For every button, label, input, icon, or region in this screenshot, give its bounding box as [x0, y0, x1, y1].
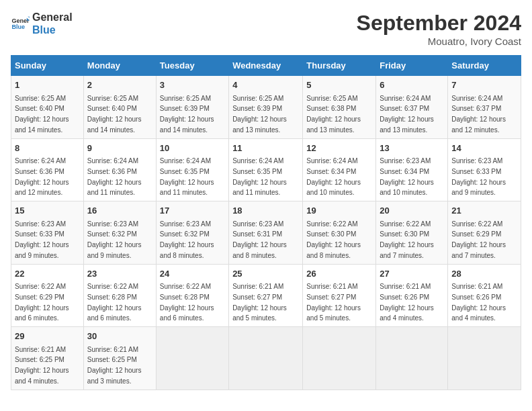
cell-info: Sunrise: 6:22 AMSunset: 6:30 PMDaylight:…: [380, 220, 434, 259]
calendar-cell: [303, 327, 376, 390]
calendar-cell: 21Sunrise: 6:22 AMSunset: 6:29 PMDayligh…: [448, 201, 521, 265]
cell-info: Sunrise: 6:22 AMSunset: 6:28 PMDaylight:…: [160, 283, 214, 322]
header-wednesday: Wednesday: [229, 56, 303, 76]
header-thursday: Thursday: [303, 56, 376, 76]
day-number: 3: [160, 79, 225, 92]
calendar-cell: 27Sunrise: 6:21 AMSunset: 6:26 PMDayligh…: [376, 264, 448, 327]
header-friday: Friday: [376, 56, 448, 76]
calendar-week-row: 8Sunrise: 6:24 AMSunset: 6:36 PMDaylight…: [11, 138, 521, 201]
day-number: 21: [451, 204, 517, 218]
cell-info: Sunrise: 6:21 AMSunset: 6:25 PMDaylight:…: [15, 346, 69, 385]
day-number: 18: [232, 204, 299, 218]
calendar-cell: 30Sunrise: 6:21 AMSunset: 6:25 PMDayligh…: [83, 327, 156, 390]
cell-info: Sunrise: 6:22 AMSunset: 6:29 PMDaylight:…: [15, 283, 69, 322]
day-number: 5: [306, 79, 372, 92]
day-number: 13: [380, 142, 444, 155]
day-number: 26: [306, 267, 372, 281]
day-number: 1: [15, 79, 80, 92]
day-number: 15: [15, 204, 80, 218]
day-number: 29: [15, 330, 80, 343]
header-saturday: Saturday: [448, 56, 521, 76]
cell-info: Sunrise: 6:24 AMSunset: 6:36 PMDaylight:…: [15, 157, 69, 196]
day-number: 2: [87, 79, 152, 92]
day-number: 9: [87, 142, 152, 155]
cell-info: Sunrise: 6:21 AMSunset: 6:25 PMDaylight:…: [87, 346, 142, 385]
cell-info: Sunrise: 6:23 AMSunset: 6:34 PMDaylight:…: [380, 157, 434, 196]
day-number: 16: [87, 204, 152, 218]
cell-info: Sunrise: 6:22 AMSunset: 6:30 PMDaylight:…: [306, 220, 361, 259]
calendar-cell: 14Sunrise: 6:23 AMSunset: 6:33 PMDayligh…: [448, 138, 521, 201]
calendar-cell: 11Sunrise: 6:24 AMSunset: 6:35 PMDayligh…: [229, 138, 303, 201]
cell-info: Sunrise: 6:24 AMSunset: 6:35 PMDaylight:…: [232, 157, 287, 196]
calendar-cell: 5Sunrise: 6:25 AMSunset: 6:38 PMDaylight…: [303, 76, 376, 139]
day-number: 24: [160, 267, 225, 281]
day-number: 11: [232, 142, 299, 155]
calendar-cell: [448, 327, 521, 390]
cell-info: Sunrise: 6:23 AMSunset: 6:32 PMDaylight:…: [160, 220, 214, 259]
logo-blue-text: Blue: [32, 24, 73, 36]
calendar-cell: [376, 327, 448, 390]
calendar-cell: 3Sunrise: 6:25 AMSunset: 6:39 PMDaylight…: [156, 76, 228, 139]
calendar-cell: 7Sunrise: 6:24 AMSunset: 6:37 PMDaylight…: [448, 76, 521, 139]
logo-general-text: General: [32, 11, 73, 24]
calendar-cell: 1Sunrise: 6:25 AMSunset: 6:40 PMDaylight…: [11, 76, 84, 139]
calendar-cell: 4Sunrise: 6:25 AMSunset: 6:39 PMDaylight…: [229, 76, 303, 139]
day-number: 23: [87, 267, 152, 281]
day-number: 30: [87, 330, 152, 343]
day-number: 27: [380, 267, 444, 281]
calendar-header-row: Sunday Monday Tuesday Wednesday Thursday…: [11, 56, 521, 76]
calendar-cell: 23Sunrise: 6:22 AMSunset: 6:28 PMDayligh…: [83, 264, 156, 327]
calendar-cell: [156, 327, 228, 390]
calendar-cell: 10Sunrise: 6:24 AMSunset: 6:35 PMDayligh…: [156, 138, 228, 201]
cell-info: Sunrise: 6:22 AMSunset: 6:28 PMDaylight:…: [87, 283, 142, 322]
cell-info: Sunrise: 6:24 AMSunset: 6:34 PMDaylight:…: [306, 157, 361, 196]
calendar-week-row: 15Sunrise: 6:23 AMSunset: 6:33 PMDayligh…: [11, 201, 521, 265]
cell-info: Sunrise: 6:23 AMSunset: 6:33 PMDaylight:…: [15, 220, 69, 259]
cell-info: Sunrise: 6:24 AMSunset: 6:37 PMDaylight:…: [451, 95, 506, 134]
calendar-cell: 29Sunrise: 6:21 AMSunset: 6:25 PMDayligh…: [11, 327, 84, 390]
calendar-cell: 12Sunrise: 6:24 AMSunset: 6:34 PMDayligh…: [303, 138, 376, 201]
cell-info: Sunrise: 6:21 AMSunset: 6:27 PMDaylight:…: [232, 283, 287, 322]
cell-info: Sunrise: 6:23 AMSunset: 6:33 PMDaylight:…: [451, 157, 506, 196]
day-number: 7: [451, 79, 517, 92]
calendar-cell: 6Sunrise: 6:24 AMSunset: 6:37 PMDaylight…: [376, 76, 448, 139]
day-number: 10: [160, 142, 225, 155]
cell-info: Sunrise: 6:25 AMSunset: 6:40 PMDaylight:…: [87, 95, 142, 134]
calendar-cell: 13Sunrise: 6:23 AMSunset: 6:34 PMDayligh…: [376, 138, 448, 201]
cell-info: Sunrise: 6:23 AMSunset: 6:31 PMDaylight:…: [232, 220, 287, 259]
cell-info: Sunrise: 6:25 AMSunset: 6:39 PMDaylight:…: [160, 95, 214, 134]
calendar-cell: 15Sunrise: 6:23 AMSunset: 6:33 PMDayligh…: [11, 201, 84, 265]
day-number: 12: [306, 142, 372, 155]
calendar-week-row: 29Sunrise: 6:21 AMSunset: 6:25 PMDayligh…: [11, 327, 521, 390]
day-number: 28: [451, 267, 517, 281]
day-number: 19: [306, 204, 372, 218]
day-number: 14: [451, 142, 517, 155]
day-number: 6: [380, 79, 444, 92]
calendar-cell: 22Sunrise: 6:22 AMSunset: 6:29 PMDayligh…: [11, 264, 84, 327]
cell-info: Sunrise: 6:21 AMSunset: 6:26 PMDaylight:…: [380, 283, 434, 322]
calendar-cell: 17Sunrise: 6:23 AMSunset: 6:32 PMDayligh…: [156, 201, 228, 265]
calendar-cell: 24Sunrise: 6:22 AMSunset: 6:28 PMDayligh…: [156, 264, 228, 327]
cell-info: Sunrise: 6:24 AMSunset: 6:35 PMDaylight:…: [160, 157, 214, 196]
calendar-table: Sunday Monday Tuesday Wednesday Thursday…: [11, 55, 521, 390]
logo: General Blue General Blue: [11, 11, 73, 36]
cell-info: Sunrise: 6:23 AMSunset: 6:32 PMDaylight:…: [87, 220, 142, 259]
header-monday: Monday: [83, 56, 156, 76]
calendar-cell: 8Sunrise: 6:24 AMSunset: 6:36 PMDaylight…: [11, 138, 84, 201]
day-number: 17: [160, 204, 225, 218]
logo-icon: General Blue: [11, 14, 30, 33]
day-number: 22: [15, 267, 80, 281]
calendar-cell: 2Sunrise: 6:25 AMSunset: 6:40 PMDaylight…: [83, 76, 156, 139]
page-header: General Blue General Blue September 2024…: [11, 11, 521, 47]
day-number: 4: [232, 79, 299, 92]
day-number: 25: [232, 267, 299, 281]
title-block: September 2024 Mouatro, Ivory Coast: [357, 11, 521, 47]
calendar-week-row: 22Sunrise: 6:22 AMSunset: 6:29 PMDayligh…: [11, 264, 521, 327]
cell-info: Sunrise: 6:22 AMSunset: 6:29 PMDaylight:…: [451, 220, 506, 259]
cell-info: Sunrise: 6:21 AMSunset: 6:26 PMDaylight:…: [451, 283, 506, 322]
calendar-cell: [229, 327, 303, 390]
cell-info: Sunrise: 6:25 AMSunset: 6:39 PMDaylight:…: [232, 95, 287, 134]
header-sunday: Sunday: [11, 56, 84, 76]
calendar-cell: 28Sunrise: 6:21 AMSunset: 6:26 PMDayligh…: [448, 264, 521, 327]
calendar-cell: 9Sunrise: 6:24 AMSunset: 6:36 PMDaylight…: [83, 138, 156, 201]
